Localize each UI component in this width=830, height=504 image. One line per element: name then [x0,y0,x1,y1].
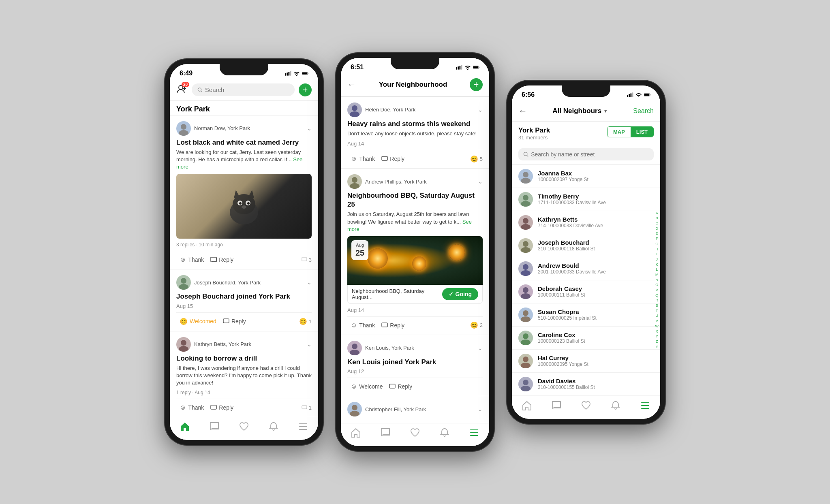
tab-bell-2[interactable] [439,427,450,438]
alpha-H[interactable]: H [655,247,659,252]
reply-button-3[interactable]: Reply [207,403,237,412]
alpha-P[interactable]: P [655,288,659,293]
feed-item-p2-2: Andrew Phillips, York Park ⌄ Neighbourho… [341,168,489,335]
alpha-W[interactable]: W [655,324,659,329]
tab-heart-2[interactable] [410,427,420,438]
reply-button-p2-3[interactable]: Reply [386,382,415,391]
name-search-input[interactable] [531,151,649,158]
neighbour-item-5[interactable]: Deborah Casey 1000000111 Balliol St [512,280,660,303]
alpha-I[interactable]: I [655,252,659,257]
alpha-B[interactable]: B [655,216,659,221]
alpha-A[interactable]: A [655,211,659,216]
neighbour-item-8[interactable]: Hal Currey 10000002095 Yonge St [512,350,660,373]
chevron-p2-3[interactable]: ⌄ [478,345,483,351]
list-toggle-btn[interactable]: LIST [631,127,653,137]
avatar-p2-1 [347,103,362,117]
neighbour-item-6[interactable]: Susan Chopra 510-100000025 Impérial St [512,303,660,327]
plus-button[interactable]: + [299,83,312,96]
alpha-T[interactable]: T [655,309,659,314]
tab-heart-1[interactable] [239,421,249,432]
reply-button-1[interactable]: Reply [207,255,237,265]
neighbour-item-1[interactable]: Timothy Berry 1711-100000033 Davisville … [512,188,660,211]
feed-item-p2-1: Helen Doe, York Park ⌄ Heavy rains and s… [341,96,489,168]
thank-label-p2-1: Thank [359,156,375,162]
svg-point-18 [247,202,250,205]
neighbour-item-3[interactable]: Joseph Bouchard 310-1000000118 Balliol S… [512,234,660,257]
dropdown-title[interactable]: All Neighbours ▼ [552,107,608,115]
tab-bell-3[interactable] [610,400,621,411]
reply-icon-p2-2 [381,322,388,328]
alpha-N[interactable]: N [655,278,659,283]
welcomed-button-2[interactable]: 😊 Welcomed [176,316,220,327]
svg-marker-14 [248,190,254,198]
alpha-O[interactable]: O [655,283,659,288]
svg-rect-50 [650,94,650,95]
svg-point-41 [350,350,359,355]
tab-menu-3[interactable] [640,400,650,411]
tab-menu-2[interactable] [469,427,479,438]
svg-rect-1 [287,73,288,76]
date-p2-1: Aug 14 [347,141,483,147]
neighbour-item-4[interactable]: Andrew Bould 2001-100000033 Davisville A… [512,257,660,280]
alpha-F[interactable]: F [655,237,659,241]
alpha-M[interactable]: M [655,273,659,278]
chevron-icon-1[interactable]: ⌄ [307,125,312,132]
alpha-U[interactable]: U [655,314,659,318]
chevron-p2-1[interactable]: ⌄ [478,107,483,113]
thank-button-p2-2[interactable]: ☺ Thank [347,320,378,331]
search-bar[interactable] [192,83,295,96]
avatar-icon-p2-1 [347,103,362,117]
alpha-L[interactable]: L [655,267,659,272]
tab-home-3[interactable] [522,400,532,411]
chevron-p2-2[interactable]: ⌄ [478,178,483,185]
chevron-icon-2[interactable]: ⌄ [307,279,312,286]
alpha-J[interactable]: J [655,257,659,262]
search-link[interactable]: Search [633,107,654,115]
tab-home-1[interactable] [180,421,190,432]
tab-messages-3[interactable] [551,400,562,411]
welcome-button-p2-3[interactable]: ☺ Welcome [347,381,386,392]
svg-rect-30 [461,65,462,69]
add-friend-button[interactable]: 20 [176,83,188,96]
tab-menu-1[interactable] [298,421,308,432]
alpha-V[interactable]: V [655,319,659,324]
tab-heart-3[interactable] [581,400,591,411]
alpha-K[interactable]: K [655,263,659,267]
thank-button-p2-1[interactable]: ☺ Thank [347,154,378,164]
tab-messages-1[interactable] [209,421,220,432]
neighbour-item-9[interactable]: David Davies 310-1000000155 Balliol St [512,373,660,396]
alpha-G[interactable]: G [655,242,659,247]
alpha-D[interactable]: D [655,226,659,231]
alpha-R[interactable]: R [655,298,659,303]
tab-bell-1[interactable] [268,421,279,432]
reply-button-p2-1[interactable]: Reply [378,154,408,164]
neighbour-info-8: Hal Currey 10000002095 Yonge St [538,355,588,367]
reply-button-2[interactable]: Reply [220,316,249,326]
chevron-p2-4[interactable]: ⌄ [478,406,483,412]
alpha-X[interactable]: X [655,329,659,334]
alpha-C[interactable]: C [655,221,659,226]
alpha-Q[interactable]: Q [655,293,659,298]
map-toggle-btn[interactable]: MAP [608,127,631,137]
neighbourhood-title-1: York Park [170,101,318,115]
search-input[interactable] [205,86,289,93]
alpha-S[interactable]: S [655,303,659,308]
alpha-hash[interactable]: # [655,345,659,350]
neighbour-item-7[interactable]: Caroline Cox 1000000123 Balliol St [512,327,660,350]
chevron-icon-3[interactable]: ⌄ [307,341,312,348]
plus-button-2[interactable]: + [470,78,483,91]
back-button-3[interactable]: ← [518,106,527,116]
alpha-Z[interactable]: Z [655,340,659,344]
neighbour-item-0[interactable]: Joanna Bax 10000002097 Yonge St [512,165,660,188]
neighbour-item-2[interactable]: Kathryn Betts 714-100000033 Davisville A… [512,211,660,234]
comment-icon-1 [302,257,307,262]
tab-home-2[interactable] [351,427,361,438]
alpha-E[interactable]: E [655,231,659,236]
thank-button-3[interactable]: ☺ Thank [176,402,207,413]
tab-messages-2[interactable] [380,427,391,438]
going-button[interactable]: ✓ Going [442,288,478,300]
alpha-Y[interactable]: Y [655,334,659,339]
back-button-2[interactable]: ← [347,79,356,90]
thank-button-1[interactable]: ☺ Thank [176,254,207,265]
reply-button-p2-2[interactable]: Reply [378,320,408,330]
